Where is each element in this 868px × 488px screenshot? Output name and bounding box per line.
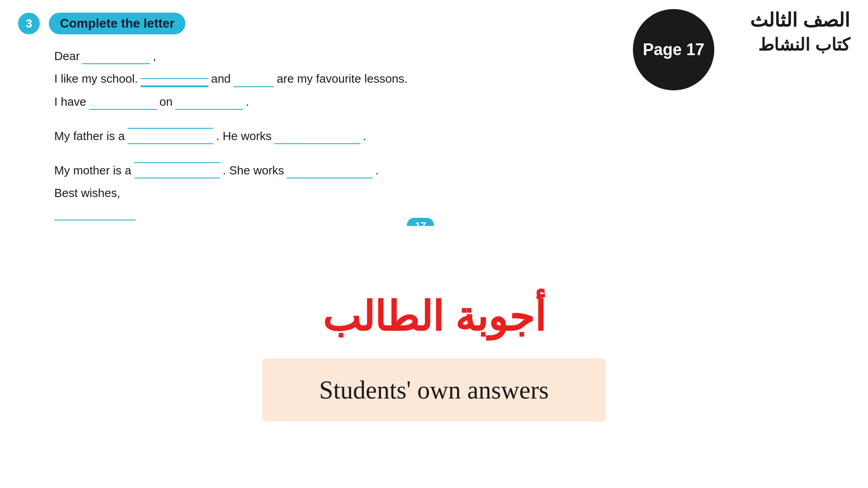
have-suffix: . [246, 94, 249, 110]
letter-line-mother: My mother is a . She works . [54, 150, 850, 178]
lessons-suffix: are my favourite lessons. [277, 70, 407, 87]
letter-line-have: I have on . [54, 94, 850, 110]
letter-line-bestwishes: Best wishes, [54, 185, 850, 201]
mother-middle: . She works [223, 162, 284, 178]
father-blank1[interactable] [127, 116, 213, 144]
and-label: and [211, 70, 231, 87]
signature-blank1[interactable] [54, 208, 136, 221]
students-answer-box: Students' own answers [262, 358, 606, 422]
exercise-header: 3 Complete the letter [18, 13, 850, 34]
letter-line-father: My father is a . He works . [54, 116, 850, 144]
arabic-header-text: الصف الثالث كتاب النشاط [750, 9, 850, 55]
school-prefix: I like my school. [54, 70, 138, 87]
arabic-line2: كتاب النشاط [750, 35, 850, 55]
letter-line-dear: Dear , [54, 48, 850, 64]
have-blank2[interactable] [175, 97, 243, 110]
have-blank1[interactable] [89, 97, 157, 110]
dear-label: Dear [54, 48, 80, 64]
letter-line-school: I like my school. and are my favourite l… [54, 70, 850, 87]
lessons-blank1[interactable] [141, 75, 208, 87]
best-wishes-label: Best wishes, [54, 185, 120, 201]
have-prefix: I have [54, 94, 86, 110]
father-middle: . He works [216, 128, 272, 144]
mother-prefix: My mother is a [54, 162, 132, 178]
top-section: 3 Complete the letter Page 17 الصف الثال… [0, 0, 868, 226]
students-answer-text: Students' own answers [319, 376, 549, 404]
lessons-blank2[interactable] [233, 75, 274, 87]
father-prefix: My father is a [54, 128, 125, 144]
letter-content: Dear , I like my school. and are my favo… [18, 48, 850, 253]
arabic-line1: الصف الثالث [750, 9, 850, 31]
exercise-number: 3 [18, 13, 40, 34]
bottom-section: أجوبة الطالب Students' own answers [0, 226, 868, 488]
exercise-title: Complete the letter [49, 13, 185, 34]
mother-blank1[interactable] [134, 150, 220, 178]
page-circle: Page 17 [633, 9, 714, 90]
father-suffix: . [363, 128, 366, 144]
mother-suffix: . [375, 162, 378, 178]
arabic-answer-title: أجوبة الطالب [322, 293, 546, 340]
dear-blank[interactable] [82, 52, 150, 64]
mother-blank2[interactable] [287, 166, 373, 178]
father-blank2[interactable] [274, 131, 360, 144]
dear-comma: , [153, 48, 156, 64]
on-label: on [160, 94, 173, 110]
